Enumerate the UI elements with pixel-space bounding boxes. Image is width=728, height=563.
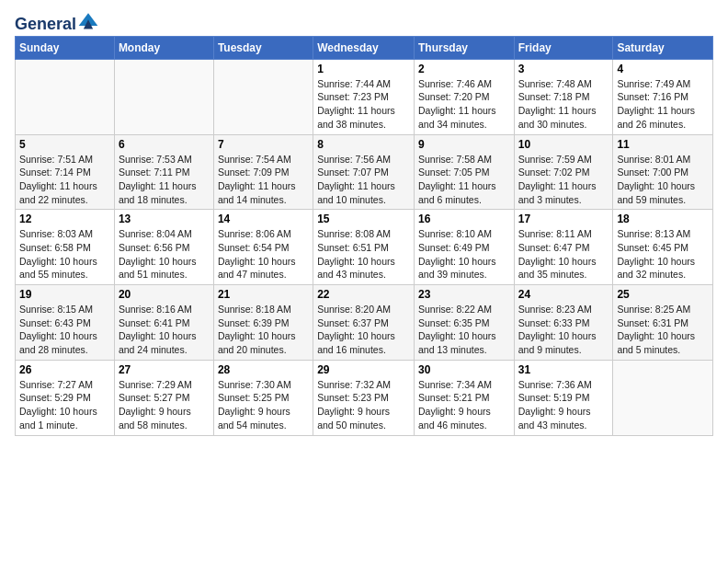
- day-info: Sunrise: 7:44 AM Sunset: 7:23 PM Dayligh…: [317, 77, 410, 132]
- day-info: Sunrise: 8:15 AM Sunset: 6:43 PM Dayligh…: [19, 303, 110, 357]
- day-number: 23: [418, 288, 510, 301]
- day-number: 10: [518, 138, 609, 151]
- calendar-cell: 7Sunrise: 7:54 AM Sunset: 7:09 PM Daylig…: [213, 134, 313, 210]
- day-number: 15: [317, 213, 410, 225]
- day-info: Sunrise: 7:51 AM Sunset: 7:14 PM Dayligh…: [19, 153, 110, 207]
- logo-icon: [77, 11, 99, 29]
- day-info: Sunrise: 8:06 AM Sunset: 6:54 PM Dayligh…: [218, 227, 309, 282]
- calendar-cell: 4Sunrise: 7:49 AM Sunset: 7:16 PM Daylig…: [613, 59, 713, 134]
- weekday-header: Saturday: [613, 36, 713, 59]
- day-number: 14: [218, 213, 309, 225]
- day-number: 13: [119, 213, 210, 225]
- day-number: 1: [317, 63, 410, 75]
- calendar-cell: [613, 360, 713, 435]
- calendar-cell: 9Sunrise: 7:58 AM Sunset: 7:05 PM Daylig…: [414, 134, 514, 210]
- day-info: Sunrise: 7:34 AM Sunset: 5:21 PM Dayligh…: [418, 378, 510, 432]
- day-info: Sunrise: 7:27 AM Sunset: 5:29 PM Dayligh…: [19, 378, 110, 432]
- day-number: 31: [518, 363, 609, 376]
- day-info: Sunrise: 7:56 AM Sunset: 7:07 PM Dayligh…: [317, 153, 410, 207]
- day-info: Sunrise: 8:18 AM Sunset: 6:39 PM Dayligh…: [218, 303, 309, 357]
- day-number: 24: [518, 288, 609, 301]
- day-info: Sunrise: 8:23 AM Sunset: 6:33 PM Dayligh…: [518, 303, 609, 357]
- calendar-cell: 19Sunrise: 8:15 AM Sunset: 6:43 PM Dayli…: [16, 285, 115, 361]
- day-number: 19: [19, 288, 110, 301]
- day-info: Sunrise: 7:58 AM Sunset: 7:05 PM Dayligh…: [418, 153, 510, 207]
- calendar-cell: 26Sunrise: 7:27 AM Sunset: 5:29 PM Dayli…: [16, 360, 115, 435]
- calendar-cell: 2Sunrise: 7:46 AM Sunset: 7:20 PM Daylig…: [414, 59, 514, 134]
- calendar-cell: 28Sunrise: 7:30 AM Sunset: 5:25 PM Dayli…: [213, 360, 313, 435]
- calendar-week-row: 19Sunrise: 8:15 AM Sunset: 6:43 PM Dayli…: [16, 285, 713, 361]
- calendar-week-row: 1Sunrise: 7:44 AM Sunset: 7:23 PM Daylig…: [16, 59, 713, 134]
- calendar-cell: 31Sunrise: 7:36 AM Sunset: 5:19 PM Dayli…: [514, 360, 613, 435]
- calendar-cell: 15Sunrise: 8:08 AM Sunset: 6:51 PM Dayli…: [313, 210, 415, 285]
- day-info: Sunrise: 8:25 AM Sunset: 6:31 PM Dayligh…: [617, 303, 709, 357]
- day-number: 18: [617, 213, 709, 225]
- day-number: 29: [317, 363, 410, 376]
- day-number: 21: [218, 288, 309, 301]
- day-number: 30: [418, 363, 510, 376]
- page-container: General SundayMondayTuesdayWednesdayThur…: [0, 0, 728, 445]
- calendar-cell: 20Sunrise: 8:16 AM Sunset: 6:41 PM Dayli…: [114, 285, 213, 361]
- day-info: Sunrise: 7:53 AM Sunset: 7:11 PM Dayligh…: [119, 153, 210, 207]
- calendar-cell: 29Sunrise: 7:32 AM Sunset: 5:23 PM Dayli…: [313, 360, 415, 435]
- weekday-header: Tuesday: [213, 36, 313, 59]
- calendar-cell: 6Sunrise: 7:53 AM Sunset: 7:11 PM Daylig…: [114, 134, 213, 210]
- calendar-cell: 5Sunrise: 7:51 AM Sunset: 7:14 PM Daylig…: [16, 134, 115, 210]
- calendar-cell: [114, 59, 213, 134]
- calendar-cell: 11Sunrise: 8:01 AM Sunset: 7:00 PM Dayli…: [613, 134, 713, 210]
- logo: General: [15, 13, 99, 30]
- calendar-cell: 1Sunrise: 7:44 AM Sunset: 7:23 PM Daylig…: [313, 59, 415, 134]
- calendar-cell: 22Sunrise: 8:20 AM Sunset: 6:37 PM Dayli…: [313, 285, 415, 361]
- day-number: 12: [19, 213, 110, 225]
- day-number: 2: [418, 63, 510, 75]
- calendar-cell: 21Sunrise: 8:18 AM Sunset: 6:39 PM Dayli…: [213, 285, 313, 361]
- day-info: Sunrise: 7:36 AM Sunset: 5:19 PM Dayligh…: [518, 378, 609, 432]
- calendar-table: SundayMondayTuesdayWednesdayThursdayFrid…: [15, 36, 713, 436]
- calendar-week-row: 26Sunrise: 7:27 AM Sunset: 5:29 PM Dayli…: [16, 360, 713, 435]
- day-number: 6: [119, 138, 210, 151]
- day-info: Sunrise: 7:46 AM Sunset: 7:20 PM Dayligh…: [418, 77, 510, 132]
- calendar-cell: 13Sunrise: 8:04 AM Sunset: 6:56 PM Dayli…: [114, 210, 213, 285]
- calendar-cell: 14Sunrise: 8:06 AM Sunset: 6:54 PM Dayli…: [213, 210, 313, 285]
- weekday-header: Monday: [114, 36, 213, 59]
- day-info: Sunrise: 8:13 AM Sunset: 6:45 PM Dayligh…: [617, 227, 709, 282]
- day-info: Sunrise: 8:11 AM Sunset: 6:47 PM Dayligh…: [518, 227, 609, 282]
- calendar-cell: [16, 59, 115, 134]
- calendar-cell: 30Sunrise: 7:34 AM Sunset: 5:21 PM Dayli…: [414, 360, 514, 435]
- day-info: Sunrise: 7:32 AM Sunset: 5:23 PM Dayligh…: [317, 378, 410, 432]
- day-info: Sunrise: 7:29 AM Sunset: 5:27 PM Dayligh…: [119, 378, 210, 432]
- calendar-cell: 18Sunrise: 8:13 AM Sunset: 6:45 PM Dayli…: [613, 210, 713, 285]
- calendar-cell: 24Sunrise: 8:23 AM Sunset: 6:33 PM Dayli…: [514, 285, 613, 361]
- day-number: 8: [317, 138, 410, 151]
- calendar-cell: 10Sunrise: 7:59 AM Sunset: 7:02 PM Dayli…: [514, 134, 613, 210]
- calendar-week-row: 12Sunrise: 8:03 AM Sunset: 6:58 PM Dayli…: [16, 210, 713, 285]
- day-info: Sunrise: 8:20 AM Sunset: 6:37 PM Dayligh…: [317, 303, 410, 357]
- day-number: 25: [617, 288, 709, 301]
- calendar-cell: 23Sunrise: 8:22 AM Sunset: 6:35 PM Dayli…: [414, 285, 514, 361]
- calendar-cell: 8Sunrise: 7:56 AM Sunset: 7:07 PM Daylig…: [313, 134, 415, 210]
- day-info: Sunrise: 7:48 AM Sunset: 7:18 PM Dayligh…: [518, 77, 609, 132]
- day-number: 26: [19, 363, 110, 376]
- calendar-week-row: 5Sunrise: 7:51 AM Sunset: 7:14 PM Daylig…: [16, 134, 713, 210]
- day-number: 16: [418, 213, 510, 225]
- calendar-cell: 3Sunrise: 7:48 AM Sunset: 7:18 PM Daylig…: [514, 59, 613, 134]
- day-info: Sunrise: 7:49 AM Sunset: 7:16 PM Dayligh…: [617, 77, 709, 132]
- calendar-cell: 17Sunrise: 8:11 AM Sunset: 6:47 PM Dayli…: [514, 210, 613, 285]
- calendar-cell: [213, 59, 313, 134]
- day-number: 7: [218, 138, 309, 151]
- logo-text: General: [15, 13, 99, 34]
- day-info: Sunrise: 7:54 AM Sunset: 7:09 PM Dayligh…: [218, 153, 309, 207]
- day-number: 17: [518, 213, 609, 225]
- day-info: Sunrise: 7:30 AM Sunset: 5:25 PM Dayligh…: [218, 378, 309, 432]
- day-number: 22: [317, 288, 410, 301]
- weekday-header: Thursday: [414, 36, 514, 59]
- weekday-header: Friday: [514, 36, 613, 59]
- day-info: Sunrise: 8:01 AM Sunset: 7:00 PM Dayligh…: [617, 153, 709, 207]
- header: General: [15, 9, 713, 30]
- weekday-header: Wednesday: [313, 36, 415, 59]
- calendar-cell: 27Sunrise: 7:29 AM Sunset: 5:27 PM Dayli…: [114, 360, 213, 435]
- day-info: Sunrise: 8:03 AM Sunset: 6:58 PM Dayligh…: [19, 227, 110, 282]
- day-number: 20: [119, 288, 210, 301]
- calendar-cell: 12Sunrise: 8:03 AM Sunset: 6:58 PM Dayli…: [16, 210, 115, 285]
- day-number: 27: [119, 363, 210, 376]
